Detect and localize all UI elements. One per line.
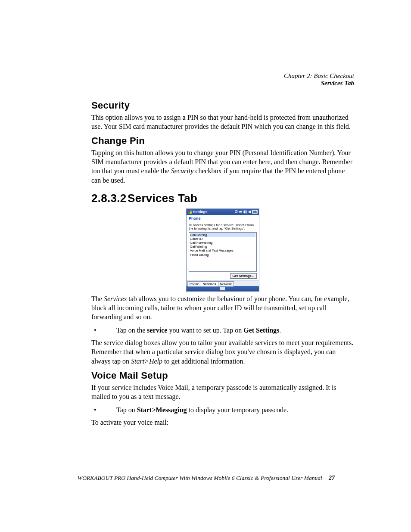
voicemail-bullet-1: •Tap on Start>Messaging to display your … [91,405,354,414]
text-run: . [279,327,281,334]
voicemail-paragraph-2: To activate your voice mail: [91,418,354,427]
bold-service: service [147,327,167,334]
page-header: Chapter 2: Basic Checkout Services Tab [91,72,354,87]
heading-change-pin: Change Pin [91,135,354,146]
voicemail-paragraph-1: If your service includes Voice Mail, a t… [91,383,354,401]
heading-security: Security [91,100,354,111]
services-paragraph-2: The service dialog boxes allow you to ta… [91,338,354,365]
text-run: Tap on [116,406,137,414]
screenshot-service-list: Call Barring Caller ID Call Forwarding C… [189,232,257,272]
screenshot-subtitle: Phone [187,215,259,222]
list-item: Call Forwarding [190,241,255,245]
emphasis-security: Security [171,167,193,174]
tab-services: Services [201,281,218,286]
bullet-marker: • [105,405,116,414]
services-paragraph-1: The Services tab allows you to customize… [91,294,354,321]
keyboard-icon [220,286,226,291]
emphasis-start-help: Start>Help [131,358,162,365]
emphasis-services: Services [104,295,127,302]
signal-icon: ▮▯ [243,210,247,214]
ok-button: ok [252,210,258,214]
text-run: to display your temporary passcode. [187,406,289,414]
screenshot-body: To access settings for a service, select… [187,222,259,280]
sync-icon: ⇄ [239,210,242,214]
page-footer: WORKABOUT PRO Hand-Held Computer With Wi… [78,475,358,482]
text-run: you want to set up. Tap on [167,327,243,334]
screenshot-container: Settings ✆ ⇄ ▮▯ ◀ ok Phone To access set… [91,208,354,292]
text-run: tab allows you to customize the behaviou… [91,295,349,320]
header-section: Services Tab [91,80,354,87]
phone-icon: ✆ [235,210,238,214]
speaker-icon: ◀ [248,210,251,214]
text-run: Tap on the [116,327,147,334]
windows-flag-icon [188,210,192,214]
list-item: Fixed Dialing [190,253,255,257]
page-content: Chapter 2: Basic Checkout Services Tab S… [91,72,354,431]
section-title: Services Tab [128,192,197,205]
tab-phone: Phone [187,281,201,286]
security-paragraph: This option allows you to assign a PIN s… [91,113,354,131]
get-settings-button: Get Settings... [230,273,257,279]
screenshot-instruction: To access settings for a service, select… [189,224,257,231]
screenshot-button-row: Get Settings... [189,272,257,280]
header-chapter: Chapter 2: Basic Checkout [91,72,354,80]
text-run: to get additional information. [162,358,245,365]
heading-services-tab: 2.8.3.2Services Tab [91,192,354,205]
heading-voice-mail: Voice Mail Setup [91,370,354,381]
bullet-marker: • [105,326,116,335]
text-run: The [91,295,104,302]
change-pin-paragraph: Tapping on this button allows you to cha… [91,148,354,184]
list-item: Call Barring [190,233,255,237]
screenshot-footer [187,286,259,291]
list-item: Voice Mail and Text Messages [190,249,255,252]
section-number: 2.8.3.2 [91,192,128,205]
embedded-screenshot: Settings ✆ ⇄ ▮▯ ◀ ok Phone To access set… [186,208,259,292]
screenshot-titlebar: Settings ✆ ⇄ ▮▯ ◀ ok [187,209,259,215]
tab-network: Network [218,281,234,286]
list-item: Call Waiting [190,245,255,249]
bold-get-settings: Get Settings [243,327,279,334]
list-item: Caller ID [190,237,255,241]
services-bullet-1: •Tap on the service you want to set up. … [91,326,354,335]
screenshot-tabs: Phone Services Network [187,280,259,286]
bold-start-messaging: Start>Messaging [137,406,187,414]
footer-text: WORKABOUT PRO Hand-Held Computer With Wi… [78,475,322,481]
page-number: 27 [329,475,335,481]
screenshot-title-text: Settings [193,210,208,214]
